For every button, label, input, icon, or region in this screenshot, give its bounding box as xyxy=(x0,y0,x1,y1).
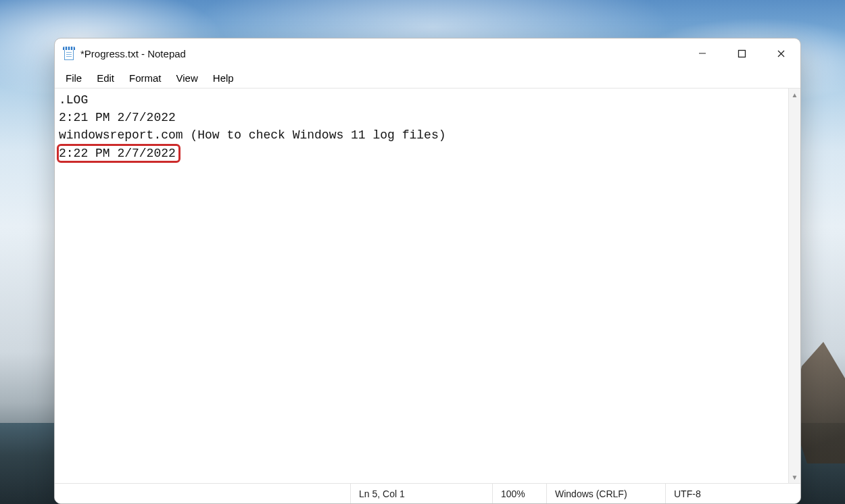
menubar: File Edit Format View Help xyxy=(55,68,800,89)
text-line-2: 2:21 PM 2/7/2022 xyxy=(59,111,176,124)
text-editor[interactable]: .LOG 2:21 PM 2/7/2022 windowsreport.com … xyxy=(55,89,788,483)
editor-area: .LOG 2:21 PM 2/7/2022 windowsreport.com … xyxy=(55,89,800,483)
notepad-app-icon xyxy=(63,47,75,60)
minimize-icon xyxy=(698,49,706,57)
statusbar-line-ending: Windows (CRLF) xyxy=(546,484,665,503)
svg-rect-1 xyxy=(738,50,745,57)
maximize-button[interactable] xyxy=(722,39,761,68)
text-line-1: .LOG xyxy=(59,93,88,107)
text-line-3: windowsreport.com (How to check Windows … xyxy=(59,128,446,142)
menu-file[interactable]: File xyxy=(59,70,89,86)
close-button[interactable] xyxy=(761,39,800,68)
maximize-icon xyxy=(738,49,746,58)
scroll-up-arrow-icon[interactable]: ▲ xyxy=(789,89,800,101)
close-icon xyxy=(777,49,786,58)
menu-view[interactable]: View xyxy=(170,70,205,86)
scroll-down-arrow-icon[interactable]: ▼ xyxy=(789,471,800,483)
window-title: *Progress.txt - Notepad xyxy=(80,48,186,59)
menu-format[interactable]: Format xyxy=(122,70,168,86)
vertical-scrollbar[interactable]: ▲ ▼ xyxy=(788,89,800,483)
statusbar-position: Ln 5, Col 1 xyxy=(350,484,492,503)
statusbar: Ln 5, Col 1 100% Windows (CRLF) UTF-8 xyxy=(55,483,800,503)
window-controls xyxy=(683,39,800,68)
menu-help[interactable]: Help xyxy=(206,70,241,86)
notepad-window: *Progress.txt - Notepad File Edit Format… xyxy=(54,38,801,504)
menu-edit[interactable]: Edit xyxy=(90,70,121,86)
statusbar-spacer xyxy=(55,484,350,503)
highlighted-timestamp: 2:22 PM 2/7/2022 xyxy=(57,144,180,163)
minimize-button[interactable] xyxy=(683,39,722,68)
titlebar[interactable]: *Progress.txt - Notepad xyxy=(55,39,800,68)
statusbar-zoom: 100% xyxy=(492,484,546,503)
statusbar-encoding: UTF-8 xyxy=(665,484,800,503)
